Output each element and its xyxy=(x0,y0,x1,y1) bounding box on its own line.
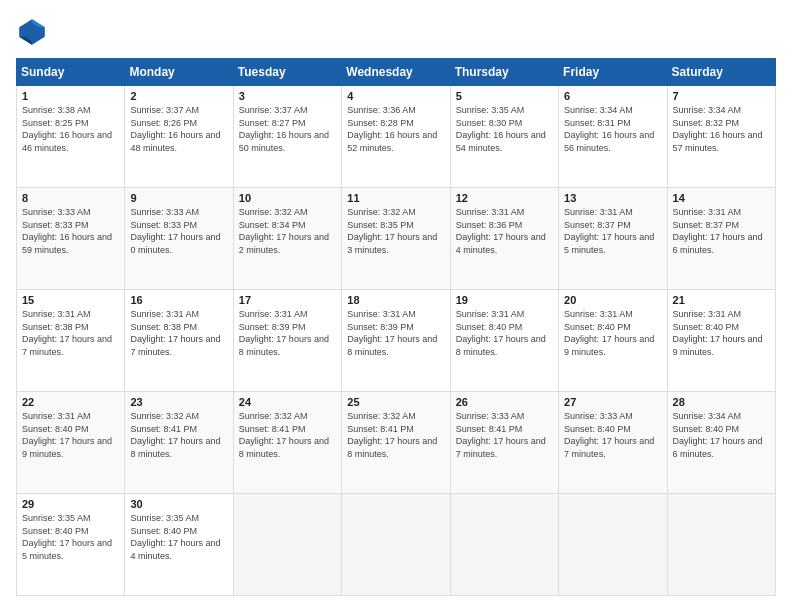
svg-marker-0 xyxy=(19,19,45,45)
day-number: 2 xyxy=(130,90,227,102)
day-number: 14 xyxy=(673,192,770,204)
day-cell-3: 3 Sunrise: 3:37 AMSunset: 8:27 PMDayligh… xyxy=(233,86,341,188)
calendar-week-4: 22 Sunrise: 3:31 AMSunset: 8:40 PMDaylig… xyxy=(17,392,776,494)
page: SundayMondayTuesdayWednesdayThursdayFrid… xyxy=(0,0,792,612)
day-number: 17 xyxy=(239,294,336,306)
day-cell-27: 27 Sunrise: 3:33 AMSunset: 8:40 PMDaylig… xyxy=(559,392,667,494)
day-info: Sunrise: 3:33 AMSunset: 8:41 PMDaylight:… xyxy=(456,411,546,459)
day-number: 11 xyxy=(347,192,444,204)
day-number: 25 xyxy=(347,396,444,408)
day-cell-19: 19 Sunrise: 3:31 AMSunset: 8:40 PMDaylig… xyxy=(450,290,558,392)
day-cell-24: 24 Sunrise: 3:32 AMSunset: 8:41 PMDaylig… xyxy=(233,392,341,494)
empty-cell xyxy=(667,494,775,596)
day-info: Sunrise: 3:35 AMSunset: 8:30 PMDaylight:… xyxy=(456,105,546,153)
day-number: 3 xyxy=(239,90,336,102)
logo xyxy=(16,16,52,48)
day-number: 27 xyxy=(564,396,661,408)
day-cell-4: 4 Sunrise: 3:36 AMSunset: 8:28 PMDayligh… xyxy=(342,86,450,188)
day-cell-12: 12 Sunrise: 3:31 AMSunset: 8:36 PMDaylig… xyxy=(450,188,558,290)
day-info: Sunrise: 3:31 AMSunset: 8:40 PMDaylight:… xyxy=(22,411,112,459)
day-cell-29: 29 Sunrise: 3:35 AMSunset: 8:40 PMDaylig… xyxy=(17,494,125,596)
day-info: Sunrise: 3:37 AMSunset: 8:26 PMDaylight:… xyxy=(130,105,220,153)
day-info: Sunrise: 3:31 AMSunset: 8:40 PMDaylight:… xyxy=(673,309,763,357)
day-cell-18: 18 Sunrise: 3:31 AMSunset: 8:39 PMDaylig… xyxy=(342,290,450,392)
day-cell-17: 17 Sunrise: 3:31 AMSunset: 8:39 PMDaylig… xyxy=(233,290,341,392)
day-info: Sunrise: 3:35 AMSunset: 8:40 PMDaylight:… xyxy=(22,513,112,561)
col-header-thursday: Thursday xyxy=(450,59,558,86)
calendar-header-row: SundayMondayTuesdayWednesdayThursdayFrid… xyxy=(17,59,776,86)
day-number: 21 xyxy=(673,294,770,306)
col-header-sunday: Sunday xyxy=(17,59,125,86)
day-cell-20: 20 Sunrise: 3:31 AMSunset: 8:40 PMDaylig… xyxy=(559,290,667,392)
col-header-wednesday: Wednesday xyxy=(342,59,450,86)
day-info: Sunrise: 3:32 AMSunset: 8:41 PMDaylight:… xyxy=(130,411,220,459)
day-cell-15: 15 Sunrise: 3:31 AMSunset: 8:38 PMDaylig… xyxy=(17,290,125,392)
day-cell-25: 25 Sunrise: 3:32 AMSunset: 8:41 PMDaylig… xyxy=(342,392,450,494)
day-info: Sunrise: 3:31 AMSunset: 8:40 PMDaylight:… xyxy=(564,309,654,357)
day-cell-6: 6 Sunrise: 3:34 AMSunset: 8:31 PMDayligh… xyxy=(559,86,667,188)
day-number: 4 xyxy=(347,90,444,102)
day-number: 7 xyxy=(673,90,770,102)
day-info: Sunrise: 3:37 AMSunset: 8:27 PMDaylight:… xyxy=(239,105,329,153)
day-cell-1: 1 Sunrise: 3:38 AMSunset: 8:25 PMDayligh… xyxy=(17,86,125,188)
day-cell-9: 9 Sunrise: 3:33 AMSunset: 8:33 PMDayligh… xyxy=(125,188,233,290)
col-header-saturday: Saturday xyxy=(667,59,775,86)
day-info: Sunrise: 3:33 AMSunset: 8:33 PMDaylight:… xyxy=(130,207,220,255)
calendar-week-1: 1 Sunrise: 3:38 AMSunset: 8:25 PMDayligh… xyxy=(17,86,776,188)
day-info: Sunrise: 3:31 AMSunset: 8:37 PMDaylight:… xyxy=(673,207,763,255)
day-number: 23 xyxy=(130,396,227,408)
day-cell-2: 2 Sunrise: 3:37 AMSunset: 8:26 PMDayligh… xyxy=(125,86,233,188)
day-cell-13: 13 Sunrise: 3:31 AMSunset: 8:37 PMDaylig… xyxy=(559,188,667,290)
day-info: Sunrise: 3:31 AMSunset: 8:39 PMDaylight:… xyxy=(239,309,329,357)
day-info: Sunrise: 3:33 AMSunset: 8:40 PMDaylight:… xyxy=(564,411,654,459)
day-number: 8 xyxy=(22,192,119,204)
calendar-week-3: 15 Sunrise: 3:31 AMSunset: 8:38 PMDaylig… xyxy=(17,290,776,392)
day-cell-14: 14 Sunrise: 3:31 AMSunset: 8:37 PMDaylig… xyxy=(667,188,775,290)
day-info: Sunrise: 3:31 AMSunset: 8:38 PMDaylight:… xyxy=(130,309,220,357)
day-number: 28 xyxy=(673,396,770,408)
day-number: 30 xyxy=(130,498,227,510)
empty-cell xyxy=(342,494,450,596)
day-cell-26: 26 Sunrise: 3:33 AMSunset: 8:41 PMDaylig… xyxy=(450,392,558,494)
day-info: Sunrise: 3:31 AMSunset: 8:40 PMDaylight:… xyxy=(456,309,546,357)
day-number: 20 xyxy=(564,294,661,306)
day-cell-8: 8 Sunrise: 3:33 AMSunset: 8:33 PMDayligh… xyxy=(17,188,125,290)
day-info: Sunrise: 3:34 AMSunset: 8:40 PMDaylight:… xyxy=(673,411,763,459)
day-info: Sunrise: 3:32 AMSunset: 8:34 PMDaylight:… xyxy=(239,207,329,255)
day-number: 19 xyxy=(456,294,553,306)
calendar-table: SundayMondayTuesdayWednesdayThursdayFrid… xyxy=(16,58,776,596)
day-info: Sunrise: 3:32 AMSunset: 8:35 PMDaylight:… xyxy=(347,207,437,255)
day-number: 16 xyxy=(130,294,227,306)
day-info: Sunrise: 3:31 AMSunset: 8:37 PMDaylight:… xyxy=(564,207,654,255)
logo-icon xyxy=(16,16,48,48)
col-header-monday: Monday xyxy=(125,59,233,86)
day-number: 1 xyxy=(22,90,119,102)
col-header-tuesday: Tuesday xyxy=(233,59,341,86)
day-info: Sunrise: 3:34 AMSunset: 8:32 PMDaylight:… xyxy=(673,105,763,153)
day-number: 9 xyxy=(130,192,227,204)
day-cell-11: 11 Sunrise: 3:32 AMSunset: 8:35 PMDaylig… xyxy=(342,188,450,290)
day-info: Sunrise: 3:36 AMSunset: 8:28 PMDaylight:… xyxy=(347,105,437,153)
calendar-week-5: 29 Sunrise: 3:35 AMSunset: 8:40 PMDaylig… xyxy=(17,494,776,596)
day-info: Sunrise: 3:38 AMSunset: 8:25 PMDaylight:… xyxy=(22,105,112,153)
day-cell-7: 7 Sunrise: 3:34 AMSunset: 8:32 PMDayligh… xyxy=(667,86,775,188)
day-info: Sunrise: 3:33 AMSunset: 8:33 PMDaylight:… xyxy=(22,207,112,255)
day-info: Sunrise: 3:32 AMSunset: 8:41 PMDaylight:… xyxy=(239,411,329,459)
day-info: Sunrise: 3:34 AMSunset: 8:31 PMDaylight:… xyxy=(564,105,654,153)
day-info: Sunrise: 3:32 AMSunset: 8:41 PMDaylight:… xyxy=(347,411,437,459)
day-number: 5 xyxy=(456,90,553,102)
day-info: Sunrise: 3:31 AMSunset: 8:38 PMDaylight:… xyxy=(22,309,112,357)
day-info: Sunrise: 3:35 AMSunset: 8:40 PMDaylight:… xyxy=(130,513,220,561)
empty-cell xyxy=(559,494,667,596)
day-number: 24 xyxy=(239,396,336,408)
day-number: 12 xyxy=(456,192,553,204)
header xyxy=(16,16,776,48)
day-cell-16: 16 Sunrise: 3:31 AMSunset: 8:38 PMDaylig… xyxy=(125,290,233,392)
day-cell-5: 5 Sunrise: 3:35 AMSunset: 8:30 PMDayligh… xyxy=(450,86,558,188)
day-number: 18 xyxy=(347,294,444,306)
day-number: 13 xyxy=(564,192,661,204)
day-number: 6 xyxy=(564,90,661,102)
day-number: 22 xyxy=(22,396,119,408)
day-cell-23: 23 Sunrise: 3:32 AMSunset: 8:41 PMDaylig… xyxy=(125,392,233,494)
empty-cell xyxy=(450,494,558,596)
